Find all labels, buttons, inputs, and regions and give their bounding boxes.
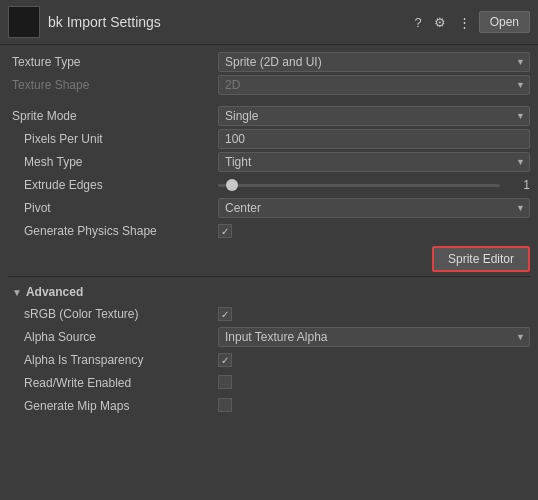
generate-physics-check[interactable]: ✓ bbox=[218, 224, 530, 239]
extrude-edges-number: 1 bbox=[506, 178, 530, 192]
srgb-label: sRGB (Color Texture) bbox=[8, 307, 218, 321]
settings-icon-button[interactable]: ⚙ bbox=[430, 13, 450, 32]
generate-mip-checkbox[interactable] bbox=[218, 398, 232, 412]
help-icon-button[interactable]: ? bbox=[410, 13, 425, 32]
pivot-row: Pivot Center bbox=[8, 197, 530, 219]
read-write-checkbox[interactable] bbox=[218, 375, 232, 389]
generate-mip-check[interactable] bbox=[218, 398, 530, 415]
extrude-edges-label: Extrude Edges bbox=[8, 178, 218, 192]
pivot-label: Pivot bbox=[8, 201, 218, 215]
texture-shape-value: 2D bbox=[218, 75, 530, 95]
alpha-transparency-label: Alpha Is Transparency bbox=[8, 353, 218, 367]
alpha-source-label: Alpha Source bbox=[8, 330, 218, 344]
extrude-edges-slider[interactable] bbox=[218, 184, 500, 187]
sprite-editor-row: Sprite Editor bbox=[8, 246, 530, 272]
pixels-per-unit-row: Pixels Per Unit bbox=[8, 128, 530, 150]
sprite-mode-select[interactable]: Single bbox=[218, 106, 530, 126]
pixels-per-unit-label: Pixels Per Unit bbox=[8, 132, 218, 146]
alpha-source-row: Alpha Source Input Texture Alpha bbox=[8, 326, 530, 348]
pixels-per-unit-input[interactable] bbox=[218, 129, 530, 149]
pivot-select[interactable]: Center bbox=[218, 198, 530, 218]
alpha-transparency-row: Alpha Is Transparency ✓ bbox=[8, 349, 530, 371]
sprite-mode-row: Sprite Mode Single bbox=[8, 105, 530, 127]
generate-physics-label: Generate Physics Shape bbox=[8, 224, 218, 238]
header-left: bk Import Settings bbox=[8, 6, 161, 38]
texture-thumbnail bbox=[8, 6, 40, 38]
texture-type-label: Texture Type bbox=[8, 55, 218, 69]
mesh-type-value: Tight bbox=[218, 152, 530, 172]
texture-shape-label: Texture Shape bbox=[8, 78, 218, 92]
generate-mip-row: Generate Mip Maps bbox=[8, 395, 530, 417]
srgb-row: sRGB (Color Texture) ✓ bbox=[8, 303, 530, 325]
open-button[interactable]: Open bbox=[479, 11, 530, 33]
generate-mip-label: Generate Mip Maps bbox=[8, 399, 218, 413]
advanced-collapse-icon: ▼ bbox=[12, 287, 22, 298]
inspector-header: bk Import Settings ? ⚙ ⋮ Open bbox=[0, 0, 538, 45]
texture-shape-select[interactable]: 2D bbox=[218, 75, 530, 95]
texture-shape-dropdown-wrapper[interactable]: 2D bbox=[218, 75, 530, 95]
srgb-checkbox[interactable]: ✓ bbox=[218, 307, 232, 321]
alpha-source-select[interactable]: Input Texture Alpha bbox=[218, 327, 530, 347]
texture-type-value: Sprite (2D and UI) bbox=[218, 52, 530, 72]
srgb-check[interactable]: ✓ bbox=[218, 307, 530, 322]
advanced-section-label: Advanced bbox=[26, 285, 83, 299]
pixels-per-unit-value[interactable] bbox=[218, 129, 530, 149]
pivot-value: Center bbox=[218, 198, 530, 218]
mesh-type-row: Mesh Type Tight bbox=[8, 151, 530, 173]
mesh-type-label: Mesh Type bbox=[8, 155, 218, 169]
generate-physics-row: Generate Physics Shape ✓ bbox=[8, 220, 530, 242]
texture-type-dropdown-wrapper[interactable]: Sprite (2D and UI) bbox=[218, 52, 530, 72]
alpha-transparency-check[interactable]: ✓ bbox=[218, 353, 530, 368]
advanced-section-header[interactable]: ▼ Advanced bbox=[8, 281, 530, 303]
texture-type-select[interactable]: Sprite (2D and UI) bbox=[218, 52, 530, 72]
read-write-row: Read/Write Enabled bbox=[8, 372, 530, 394]
header-icons: ? ⚙ ⋮ Open bbox=[410, 11, 530, 33]
pivot-dropdown-wrapper[interactable]: Center bbox=[218, 198, 530, 218]
menu-icon-button[interactable]: ⋮ bbox=[454, 13, 475, 32]
extrude-edges-value: 1 bbox=[218, 178, 530, 192]
mesh-type-select[interactable]: Tight bbox=[218, 152, 530, 172]
extrude-edges-row: Extrude Edges 1 bbox=[8, 174, 530, 196]
alpha-source-dropdown-wrapper[interactable]: Input Texture Alpha bbox=[218, 327, 530, 347]
sprite-mode-value: Single bbox=[218, 106, 530, 126]
separator bbox=[8, 276, 530, 277]
sprite-mode-dropdown-wrapper[interactable]: Single bbox=[218, 106, 530, 126]
import-settings-title: bk Import Settings bbox=[48, 14, 161, 30]
texture-shape-row: Texture Shape 2D bbox=[8, 74, 530, 96]
sprite-mode-label: Sprite Mode bbox=[8, 109, 218, 123]
mesh-type-dropdown-wrapper[interactable]: Tight bbox=[218, 152, 530, 172]
sprite-editor-button[interactable]: Sprite Editor bbox=[432, 246, 530, 272]
alpha-source-value: Input Texture Alpha bbox=[218, 327, 530, 347]
texture-type-row: Texture Type Sprite (2D and UI) bbox=[8, 51, 530, 73]
alpha-transparency-checkbox[interactable]: ✓ bbox=[218, 353, 232, 367]
generate-physics-checkbox[interactable]: ✓ bbox=[218, 224, 232, 238]
read-write-label: Read/Write Enabled bbox=[8, 376, 218, 390]
content-area: Texture Type Sprite (2D and UI) Texture … bbox=[0, 45, 538, 424]
read-write-check[interactable] bbox=[218, 375, 530, 392]
